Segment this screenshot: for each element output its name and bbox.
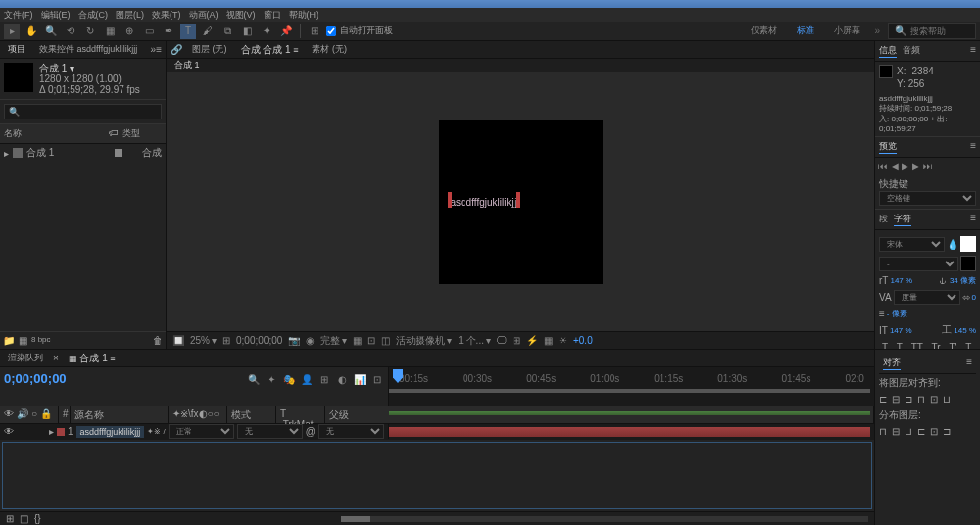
layer-name[interactable]: asddfffgjuklilikjjj xyxy=(76,426,145,438)
prev-frame-icon[interactable]: ◀ xyxy=(891,161,899,171)
kerning-select[interactable]: 度量 xyxy=(894,290,960,305)
label-color[interactable] xyxy=(115,149,122,157)
panel-menu-icon[interactable]: ≡ xyxy=(970,140,976,154)
bold-button[interactable]: T xyxy=(882,342,888,349)
character-tab[interactable]: 字符 xyxy=(894,213,911,226)
brush-tool[interactable]: 🖌 xyxy=(200,24,216,39)
menu-layer[interactable]: 图层(L) xyxy=(116,9,144,22)
first-frame-icon[interactable]: ⏮ xyxy=(878,161,888,171)
parent-select[interactable]: 无 xyxy=(318,424,384,439)
last-frame-icon[interactable]: ⏭ xyxy=(923,161,933,171)
zoom-dropdown[interactable]: 25% ▾ xyxy=(190,335,217,346)
comp-viewport[interactable]: asddfffgjuklilikjjj xyxy=(167,72,874,331)
puppet-tool[interactable]: 📌 xyxy=(278,24,294,39)
menu-file[interactable]: 文件(F) xyxy=(4,9,33,22)
hscale-value[interactable]: 145 % xyxy=(954,326,976,335)
selection-tool[interactable]: ▸ xyxy=(4,24,20,39)
align-hcenter-icon[interactable]: ⊟ xyxy=(892,394,900,405)
type-tool[interactable]: T xyxy=(180,24,196,39)
expand-icon[interactable]: ▸ xyxy=(4,148,9,159)
align-bottom-icon[interactable]: ⊔ xyxy=(943,394,951,405)
pen-tool[interactable]: ✒ xyxy=(161,24,176,39)
dist-top-icon[interactable]: ⊓ xyxy=(879,426,887,437)
orbit-tool[interactable]: ⟲ xyxy=(63,24,78,39)
link-icon[interactable]: 🔗 xyxy=(171,44,182,55)
bpc-label[interactable]: 8 bpc xyxy=(31,335,51,346)
expand-layer-icon[interactable]: ▸ xyxy=(49,426,54,437)
stroke-width-value[interactable]: - 像素 xyxy=(887,309,907,319)
active-comp-tab[interactable]: 合成 1 xyxy=(171,57,204,73)
magnify-icon[interactable]: 🔲 xyxy=(172,335,184,346)
trkmat-select[interactable]: 无 xyxy=(237,424,303,439)
audio-col-icon[interactable]: 🔊 xyxy=(17,408,28,421)
snapshot-icon[interactable]: 📷 xyxy=(288,335,300,346)
align-left-icon[interactable]: ⊏ xyxy=(879,394,887,405)
trash-icon[interactable]: 🗑 xyxy=(153,335,163,346)
italic-button[interactable]: T xyxy=(897,342,903,349)
col-name-header[interactable]: 名称 xyxy=(4,127,109,140)
roto-tool[interactable]: ✦ xyxy=(259,24,274,39)
views-dropdown[interactable]: 1 个... ▾ xyxy=(458,334,491,348)
channel-icon[interactable]: ◉ xyxy=(306,335,315,346)
menu-window[interactable]: 窗口 xyxy=(264,9,281,22)
allcaps-button[interactable]: TT xyxy=(911,342,923,349)
leading-value[interactable]: 34 像素 xyxy=(950,275,976,286)
pan-behind-tool[interactable]: ⊕ xyxy=(122,24,137,39)
project-item[interactable]: ▸ 合成 1 合成 xyxy=(0,144,166,162)
dist-vcenter-icon[interactable]: ⊟ xyxy=(892,426,900,437)
menu-edit[interactable]: 编辑(E) xyxy=(41,9,71,22)
motion-blur-icon[interactable]: ◐ xyxy=(335,372,349,386)
shy-icon[interactable]: 👤 xyxy=(300,372,314,386)
panel-menu-icon[interactable]: »≡ xyxy=(151,44,162,55)
workspace-assets[interactable]: 仅素材 xyxy=(745,23,783,39)
draft3d-icon[interactable]: 🎭 xyxy=(282,372,296,386)
vscale-value[interactable]: 147 % xyxy=(890,326,912,335)
layer-label-color[interactable] xyxy=(57,428,65,436)
rotate-tool[interactable]: ↻ xyxy=(82,24,98,39)
menu-view[interactable]: 视图(V) xyxy=(226,9,256,22)
work-area-bar[interactable] xyxy=(389,389,870,393)
guides-icon[interactable]: ⊡ xyxy=(368,335,375,346)
tab-close-icon[interactable]: × xyxy=(53,353,59,363)
dist-hcenter-icon[interactable]: ⊡ xyxy=(930,426,938,437)
menu-composition[interactable]: 合成(C) xyxy=(78,9,109,22)
info-tab[interactable]: 信息 xyxy=(879,44,897,58)
menu-effect[interactable]: 效果(T) xyxy=(152,9,181,22)
project-tab[interactable]: 项目 xyxy=(4,41,29,58)
camera-tool[interactable]: ▦ xyxy=(102,24,118,39)
grid-icon[interactable]: ▦ xyxy=(353,335,362,346)
align-vcenter-icon[interactable]: ⊡ xyxy=(930,394,938,405)
smallcaps-button[interactable]: Tr xyxy=(932,342,941,349)
subscript-button[interactable]: T, xyxy=(965,342,973,349)
fast-preview-icon[interactable]: ⚡ xyxy=(526,335,538,346)
transparency-icon[interactable]: ▦ xyxy=(544,335,553,346)
toggle-switches-icon[interactable]: ⊞ xyxy=(6,513,14,524)
dist-bottom-icon[interactable]: ⊔ xyxy=(905,426,912,437)
zoom-tool[interactable]: 🔍 xyxy=(43,24,59,39)
exposure-icon[interactable]: ☀ xyxy=(559,335,567,346)
menu-help[interactable]: 帮助(H) xyxy=(289,9,319,22)
dist-right-icon[interactable]: ⊐ xyxy=(943,426,951,437)
audio-tab[interactable]: 音频 xyxy=(903,44,920,58)
layer-duration-bar[interactable] xyxy=(389,427,870,437)
workspace-small[interactable]: 小屏幕 xyxy=(828,23,866,39)
clone-tool[interactable]: ⧉ xyxy=(220,24,235,39)
workspace-more-icon[interactable]: » xyxy=(874,25,880,36)
font-family-select[interactable]: 宋体 xyxy=(879,237,945,252)
bin-icon[interactable]: 📁 xyxy=(3,335,15,346)
comp-tab[interactable]: 合成 合成 1 ≡ xyxy=(237,41,303,59)
font-style-select[interactable]: - xyxy=(879,257,958,271)
next-frame-icon[interactable]: ▶ xyxy=(912,161,920,171)
new-comp-icon[interactable]: ▦ xyxy=(19,335,27,346)
mode-col[interactable]: 模式 xyxy=(227,406,276,423)
solo-col-icon[interactable]: ○ xyxy=(31,408,37,421)
3d-icon[interactable]: 🖵 xyxy=(497,335,507,346)
panel-menu-icon[interactable]: ≡ xyxy=(966,357,972,370)
preview-tab[interactable]: 预览 xyxy=(879,140,897,154)
stroke-color-swatch[interactable] xyxy=(960,256,976,271)
paragraph-tab[interactable]: 段 xyxy=(879,213,888,226)
align-tab[interactable]: 对齐 xyxy=(883,357,901,370)
fill-color-swatch[interactable] xyxy=(960,236,976,252)
search-help-input[interactable] xyxy=(910,26,969,36)
graph-icon[interactable]: 📊 xyxy=(353,372,367,386)
